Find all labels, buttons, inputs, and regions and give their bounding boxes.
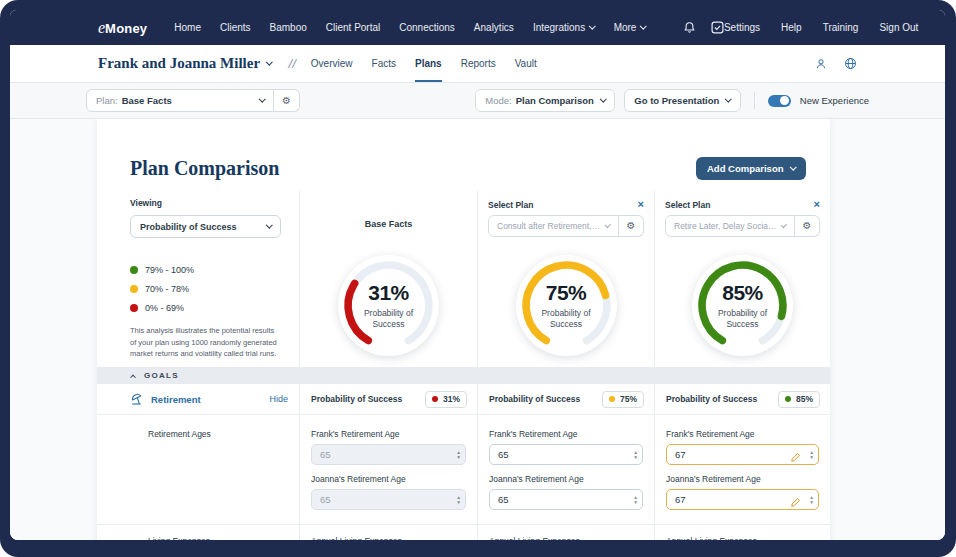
plan-1-gauge: 75% Probability of Success xyxy=(516,255,617,356)
chevron-down-icon xyxy=(600,96,606,102)
nav-item-connections[interactable]: Connections xyxy=(399,22,455,33)
legend-item-green: 79% - 100% xyxy=(130,265,281,275)
plan-2-gauge: 85% Probability of Success xyxy=(692,255,793,356)
plan-select[interactable]: Plan:Base Facts xyxy=(86,89,274,112)
stepper-arrows-icon[interactable]: ▴▾ xyxy=(634,490,637,509)
navbar-right-group: Settings Help Training Sign Out xyxy=(724,22,918,33)
tasks-checkbox-icon[interactable] xyxy=(711,21,724,34)
gauge-percent: 85% xyxy=(722,281,763,305)
nav-item-integrations[interactable]: Integrations xyxy=(533,22,595,33)
chevron-down-icon xyxy=(589,23,595,29)
annual-living-expenses-label: Annual Living Expenses xyxy=(489,536,643,540)
living-expenses-label: Living Expenses xyxy=(148,536,210,540)
goals-section-header[interactable]: GOALS xyxy=(97,367,830,384)
chevron-down-icon xyxy=(266,59,272,65)
stepper-arrows-icon[interactable]: ▴▾ xyxy=(810,445,813,464)
nav-item-training[interactable]: Training xyxy=(823,22,859,33)
nav-item-client-portal[interactable]: Client Portal xyxy=(326,22,380,33)
nav-item-settings[interactable]: Settings xyxy=(724,22,760,33)
plan-1-select[interactable]: Consult after Retirement, Del... xyxy=(488,215,619,237)
retirement-goal-row: Retirement Hide Probability of Success 3… xyxy=(97,384,830,415)
comparison-plan-2-column: Select Plan × Retire Later, Delay Social… xyxy=(655,191,830,367)
client-row-icons xyxy=(815,45,857,82)
plan-settings-button[interactable]: ⚙ xyxy=(274,89,300,112)
pencil-edit-icon xyxy=(790,449,801,467)
plan-1-settings-button[interactable]: ⚙ xyxy=(619,215,644,237)
new-experience-toggle[interactable] xyxy=(768,95,791,107)
pos-label: Probability of Success xyxy=(489,394,580,404)
plan-2-select[interactable]: Retire Later, Delay Social Sec... xyxy=(665,215,795,237)
joanna-age-label: Joanna's Retirement Age xyxy=(489,474,643,484)
gear-icon: ⚙ xyxy=(803,221,812,231)
client-tabs: Overview Facts Plans Reports Vault xyxy=(311,45,537,82)
base-facts-column: Base Facts 31% Probability of Success xyxy=(300,191,478,367)
viewing-select[interactable]: Probability of Success xyxy=(130,215,281,238)
gauge-caption: Probability of Success xyxy=(712,308,774,330)
joanna-age-label: Joanna's Retirement Age xyxy=(311,474,466,484)
mode-select[interactable]: Mode:Plan Comparison xyxy=(475,89,615,112)
chevron-down-icon xyxy=(781,222,787,228)
go-to-presentation-button[interactable]: Go to Presentation xyxy=(624,89,740,112)
viewing-label: Viewing xyxy=(130,198,281,208)
joanna-age-label: Joanna's Retirement Age xyxy=(666,474,819,484)
app-window: eMoney Home Clients Bamboo Client Portal… xyxy=(10,10,945,540)
legend-item-yellow: 70% - 78% xyxy=(130,284,281,294)
chevron-down-icon xyxy=(605,222,611,228)
add-comparison-button[interactable]: Add Comparison xyxy=(696,157,806,180)
stepper-arrows-icon[interactable]: ▴▾ xyxy=(810,490,813,509)
retirement-umbrella-icon xyxy=(130,393,143,406)
viewing-column: Viewing Probability of Success 79% - 100… xyxy=(97,191,300,367)
client-name-dropdown[interactable]: Frank and Joanna Miller xyxy=(98,45,272,82)
base-facts-header: Base Facts xyxy=(300,191,477,243)
gear-icon: ⚙ xyxy=(627,221,636,231)
stepper-arrows-icon[interactable]: ▴▾ xyxy=(634,445,637,464)
nav-item-clients[interactable]: Clients xyxy=(220,22,251,33)
client-header-row: Frank and Joanna Miller // Overview Fact… xyxy=(10,45,945,83)
hide-goal-link[interactable]: Hide xyxy=(269,394,288,404)
comparison-plan-1-column: Select Plan × Consult after Retirement, … xyxy=(478,191,655,367)
navbar-left-group: eMoney Home Clients Bamboo Client Portal… xyxy=(98,19,724,37)
nav-item-more[interactable]: More xyxy=(614,22,646,33)
plan-2-settings-button[interactable]: ⚙ xyxy=(795,215,820,237)
close-icon[interactable]: × xyxy=(814,199,820,210)
red-dot-icon xyxy=(130,304,138,312)
close-icon[interactable]: × xyxy=(638,199,644,210)
red-dot-icon xyxy=(432,396,438,402)
pencil-edit-icon xyxy=(790,494,801,512)
globe-language-icon[interactable] xyxy=(844,57,857,70)
nav-item-help[interactable]: Help xyxy=(781,22,802,33)
content-area: Plan Comparison Add Comparison Viewing P… xyxy=(10,119,945,540)
plan-1-expenses-cell: Annual Living Expenses xyxy=(478,525,655,540)
stepper-arrows-icon: ▴▾ xyxy=(457,490,460,509)
tab-facts[interactable]: Facts xyxy=(372,45,396,82)
gear-icon: ⚙ xyxy=(282,96,291,106)
tab-vault[interactable]: Vault xyxy=(515,45,537,82)
tab-reports[interactable]: Reports xyxy=(461,45,496,82)
gauge-caption: Probability of Success xyxy=(535,308,597,330)
nav-item-sign-out[interactable]: Sign Out xyxy=(879,22,918,33)
tab-plans[interactable]: Plans xyxy=(415,45,442,82)
nav-item-bamboo[interactable]: Bamboo xyxy=(270,22,307,33)
gauge-caption: Probability of Success xyxy=(358,308,420,330)
nav-item-analytics[interactable]: Analytics xyxy=(474,22,514,33)
plan-toolbar: Plan:Base Facts ⚙ Mode:Plan Comparison G… xyxy=(10,83,945,119)
probability-legend: 79% - 100% 70% - 78% 0% - 69% xyxy=(130,265,281,313)
nav-item-home[interactable]: Home xyxy=(174,22,201,33)
base-facts-gauge: 31% Probability of Success xyxy=(338,255,439,356)
tab-overview[interactable]: Overview xyxy=(311,45,353,82)
top-navbar: eMoney Home Clients Bamboo Client Portal… xyxy=(10,10,945,45)
emoney-logo[interactable]: eMoney xyxy=(98,19,147,37)
select-plan-label: Select Plan xyxy=(488,200,533,210)
gauge-percent: 31% xyxy=(368,281,409,305)
chevron-down-icon xyxy=(790,163,796,169)
base-facts-ages-cell: Frank's Retirement Age ▴▾ Joanna's Retir… xyxy=(300,415,478,524)
notifications-bell-icon[interactable] xyxy=(683,21,696,34)
user-profile-icon[interactable] xyxy=(815,58,827,70)
pos-label: Probability of Success xyxy=(666,394,757,404)
goal-name: Retirement xyxy=(151,394,201,405)
pos-label: Probability of Success xyxy=(311,394,402,404)
frank-age-input-plan-2: ▴▾ xyxy=(666,444,819,465)
chevron-down-icon xyxy=(266,222,272,228)
yellow-dot-icon xyxy=(609,396,615,402)
pos-badge-base: 31% xyxy=(425,391,467,408)
